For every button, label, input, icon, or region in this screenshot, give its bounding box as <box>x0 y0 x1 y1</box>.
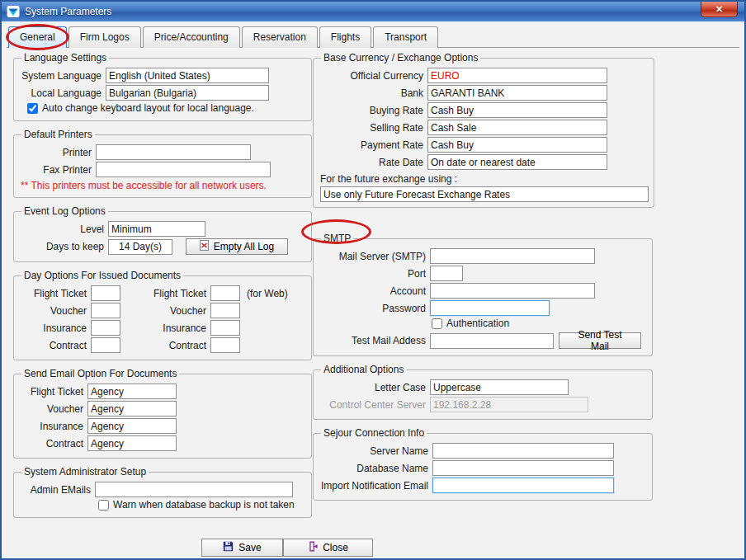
bank-row: Bank <box>319 85 649 101</box>
auto-keyboard-row: Auto change keyboard layout for local la… <box>27 102 306 114</box>
server-name-input[interactable] <box>432 443 614 459</box>
day-insurance-input[interactable] <box>91 320 120 336</box>
control-center-server-row: Control Center Server <box>319 397 647 412</box>
buying-rate-input[interactable] <box>427 102 607 118</box>
backup-warn-label: Warn when database backup is not taken <box>113 499 295 511</box>
day-voucher-input[interactable] <box>91 303 120 318</box>
admin-emails-input[interactable] <box>95 482 293 497</box>
email-flight-ticket-input[interactable] <box>87 384 177 399</box>
tab-reservation[interactable]: Reservation <box>242 26 318 48</box>
day-insurance-web-input[interactable] <box>210 320 240 336</box>
tabbar: General Firm Logos Price/Accounting Rese… <box>8 26 440 48</box>
day-voucher-label: Voucher <box>19 305 87 317</box>
official-currency-input[interactable] <box>427 68 607 83</box>
day-flight-ticket-label: Flight Ticket <box>19 288 87 299</box>
group-title-language-settings: Language Settings <box>21 52 109 64</box>
tab-price-accounting[interactable]: Price/Accounting <box>143 26 240 48</box>
printer-row: Printer <box>19 144 306 160</box>
selling-rate-input[interactable] <box>427 120 607 135</box>
test-mail-input[interactable] <box>430 333 554 349</box>
rate-date-row: Rate Date <box>319 154 649 170</box>
printers-warning-text: ** This printers must be accessible for … <box>21 180 305 191</box>
buying-rate-row: Buying Rate <box>319 102 649 118</box>
day-contract-input[interactable] <box>91 337 120 353</box>
tab-transport[interactable]: Transport <box>373 26 438 48</box>
email-flight-ticket-row: Flight Ticket <box>19 384 306 399</box>
future-exchange-input[interactable] <box>320 186 649 202</box>
group-smtp: SMTP Mail Server (SMTP) Port Account Pas… <box>313 233 653 356</box>
bank-input[interactable] <box>427 85 607 101</box>
authentication-row: Authentication <box>432 318 647 329</box>
save-icon <box>223 541 234 554</box>
letter-case-input[interactable] <box>430 379 569 395</box>
group-title-smtp: SMTP <box>321 233 353 244</box>
group-title-system-admin: System Administrator Setup <box>21 466 149 478</box>
save-button[interactable]: Save <box>201 539 283 557</box>
port-row: Port <box>319 266 647 281</box>
server-name-label: Server Name <box>319 445 428 457</box>
empty-all-log-button[interactable]: Empty All Log <box>186 238 288 255</box>
email-voucher-row: Voucher <box>19 401 306 416</box>
day-voucher-web-input[interactable] <box>210 303 240 318</box>
letter-case-label: Letter Case <box>319 382 426 393</box>
days-to-keep-row: Days to keep Empty All Log <box>19 238 306 255</box>
password-row: Password <box>319 300 647 316</box>
send-test-mail-label: Send Test Mail <box>568 329 632 352</box>
tab-general[interactable]: General <box>8 26 67 48</box>
day-flight-ticket-input[interactable] <box>91 285 120 301</box>
import-notification-input[interactable] <box>432 478 614 493</box>
day-contract-label: Contract <box>19 340 87 351</box>
payment-rate-label: Payment Rate <box>319 139 423 151</box>
printer-input[interactable] <box>96 144 251 160</box>
log-level-row: Level <box>19 221 306 237</box>
system-language-label: System Language <box>19 70 102 82</box>
database-name-input[interactable] <box>432 460 614 476</box>
mail-server-label: Mail Server (SMTP) <box>319 251 426 262</box>
send-test-mail-button[interactable]: Send Test Mail <box>559 332 641 349</box>
email-contract-input[interactable] <box>87 435 177 451</box>
local-language-input[interactable] <box>106 85 269 101</box>
payment-rate-input[interactable] <box>427 137 607 153</box>
fax-printer-input[interactable] <box>96 162 271 177</box>
day-contract-web-input[interactable] <box>210 337 240 353</box>
auto-keyboard-checkbox[interactable] <box>27 103 38 114</box>
email-insurance-input[interactable] <box>87 418 177 434</box>
system-language-input[interactable] <box>106 68 269 83</box>
log-level-input[interactable] <box>108 221 205 237</box>
rate-date-input[interactable] <box>427 154 607 170</box>
titlebar[interactable]: System Parameters ✕ <box>2 2 744 21</box>
password-input[interactable] <box>430 300 550 316</box>
days-to-keep-input[interactable] <box>108 239 172 255</box>
printer-label: Printer <box>19 147 92 158</box>
footer-buttons: Save Close <box>201 539 373 557</box>
window-close-button[interactable]: ✕ <box>701 2 738 17</box>
day-voucher-web-label: Voucher <box>120 305 206 317</box>
empty-all-log-label: Empty All Log <box>214 241 274 252</box>
email-voucher-input[interactable] <box>87 401 177 416</box>
account-input[interactable] <box>430 283 595 299</box>
tab-firm-logos[interactable]: Firm Logos <box>68 26 141 48</box>
mail-server-input[interactable] <box>430 248 595 264</box>
group-system-admin-setup: System Administrator Setup Admin EMails … <box>13 466 312 518</box>
group-title-sejour-connection: Sejour Connection Info <box>321 427 427 439</box>
day-flight-ticket-web-input[interactable] <box>210 285 240 301</box>
local-language-row: Local Language <box>19 85 306 101</box>
tab-flights[interactable]: Flights <box>319 26 371 48</box>
group-title-default-printers: Default Printers <box>21 129 95 140</box>
email-voucher-label: Voucher <box>19 403 83 415</box>
account-label: Account <box>319 285 426 297</box>
group-base-currency: Base Currency / Exchange Options Officia… <box>313 52 654 208</box>
for-web-note: (for Web) <box>247 288 288 299</box>
group-day-options: Day Options For Issued Documents Flight … <box>13 270 312 360</box>
port-input[interactable] <box>430 266 463 281</box>
backup-warn-checkbox[interactable] <box>98 500 109 511</box>
official-currency-row: Official Currency <box>319 68 649 83</box>
close-icon: ✕ <box>715 4 723 15</box>
authentication-checkbox[interactable] <box>432 318 442 329</box>
buying-rate-label: Buying Rate <box>319 105 423 116</box>
fax-printer-label: Fax Printer <box>19 164 92 176</box>
close-button[interactable]: Close <box>283 539 373 557</box>
app-icon <box>7 6 20 18</box>
left-column: Language Settings System Language Local … <box>13 52 312 525</box>
authentication-label: Authentication <box>446 318 509 329</box>
